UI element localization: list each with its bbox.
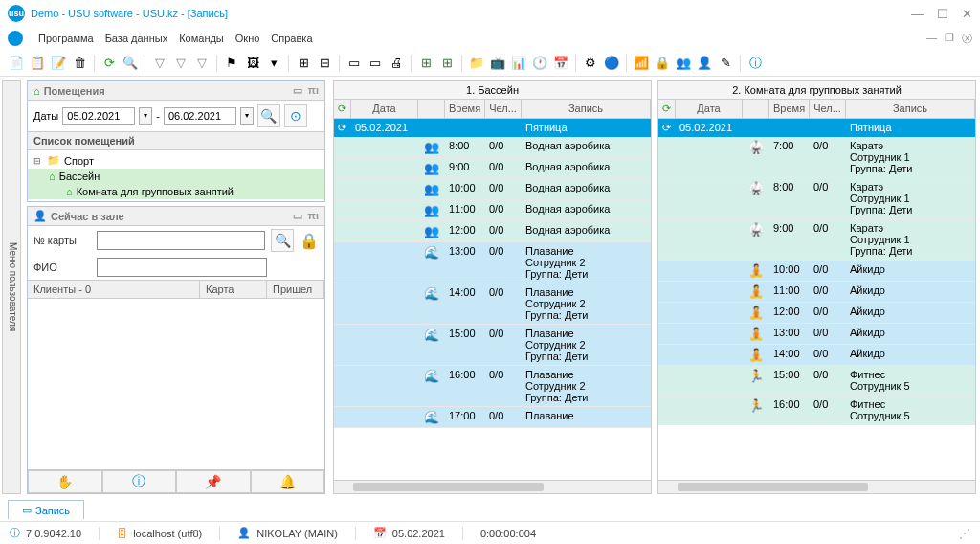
date-to-input[interactable]	[164, 107, 236, 125]
tool-filter-icon[interactable]: ▽	[151, 55, 168, 72]
tool-win2-icon[interactable]: ▭	[367, 55, 384, 72]
tool-delete-icon[interactable]: 🗑	[71, 55, 88, 72]
col-record[interactable]: Запись	[522, 100, 651, 118]
schedule-row[interactable]: 👥8:000/0Водная аэробика	[334, 137, 651, 158]
tool-folder-icon[interactable]: 📁	[468, 55, 485, 72]
info-button[interactable]: ⓘ	[102, 470, 177, 493]
day-header-row[interactable]: ⟳ 05.02.2021 Пятница	[658, 119, 975, 137]
schedule-row[interactable]: 🌊14:000/0Плавание Сотрудник 2 Группа: Де…	[334, 283, 651, 325]
mdi-close-button[interactable]: ⓧ	[962, 32, 972, 46]
search-dates-button[interactable]: 🔍	[257, 104, 280, 127]
schedule-row[interactable]: 🌊17:000/0Плавание	[334, 407, 651, 428]
mdi-restore-button[interactable]: ❐	[945, 32, 954, 46]
col-date[interactable]: Дата	[676, 100, 743, 118]
tool-excel2-icon[interactable]: ⊞	[438, 55, 456, 72]
tool-copy-icon[interactable]: 📋	[29, 55, 46, 72]
tool-gear-icon[interactable]: ⚙	[582, 55, 599, 72]
lock-icon[interactable]: 🔒	[300, 232, 319, 250]
day-header-row[interactable]: ⟳ 05.02.2021 Пятница	[334, 119, 651, 137]
tool-flag-icon[interactable]: ⚑	[223, 55, 240, 72]
date-from-input[interactable]	[62, 107, 135, 125]
schedule-row[interactable]: 🧘10:000/0Айкидо	[658, 261, 975, 282]
schedule-row[interactable]: 🏃16:000/0Фитнес Сотрудник 5	[658, 396, 975, 425]
tool-export-icon[interactable]: ⊞	[295, 55, 312, 72]
tool-clock-icon[interactable]: 🕐	[531, 55, 548, 72]
clients-count-col[interactable]: Клиенты - 0	[28, 281, 200, 298]
tree-item-group-room[interactable]: ⌂ Комната для групповых занятий	[28, 184, 324, 199]
tool-refresh-icon[interactable]: ⟳	[100, 55, 118, 72]
tool-win1-icon[interactable]: ▭	[345, 55, 363, 72]
schedule-row[interactable]: 🧘14:000/0Айкидо	[658, 345, 975, 366]
panel-ctrl2-icon[interactable]: πι	[308, 210, 319, 222]
schedule-row[interactable]: 🏃15:000/0Фитнес Сотрудник 5	[658, 366, 975, 396]
tool-wand-icon[interactable]: ✎	[717, 55, 734, 72]
col-people[interactable]: Чел...	[810, 100, 846, 118]
tool-image-icon[interactable]: 🖼	[244, 55, 261, 72]
tool-chart-icon[interactable]: 📊	[510, 55, 527, 72]
schedule-row[interactable]: 🧘11:000/0Айкидо	[658, 282, 975, 303]
date-to-dropdown[interactable]: ▾	[240, 107, 254, 125]
refresh-col-icon[interactable]: ⟳	[334, 100, 351, 118]
schedule-row[interactable]: 👥12:000/0Водная аэробика	[334, 221, 651, 242]
menu-program[interactable]: Программа	[38, 33, 94, 44]
menu-database[interactable]: База данных	[105, 33, 168, 44]
panel-pin-icon[interactable]: ▭	[293, 84, 302, 97]
card-col[interactable]: Карта	[200, 281, 267, 298]
tool-filter3-icon[interactable]: ▽	[193, 55, 211, 72]
tab-record[interactable]: ▭ Запись	[8, 500, 84, 519]
col-time[interactable]: Время	[769, 100, 810, 118]
tool-info-icon[interactable]: ⓘ	[746, 55, 764, 72]
tool-excel-icon[interactable]: ⊞	[417, 55, 434, 72]
col-record[interactable]: Запись	[846, 100, 975, 118]
tool-filter2-icon[interactable]: ▽	[172, 55, 189, 72]
pin-button[interactable]: 📌	[176, 470, 251, 493]
menu-commands[interactable]: Команды	[179, 33, 224, 44]
compass-button[interactable]: ⊙	[284, 104, 307, 127]
schedule-row[interactable]: 👥9:000/0Водная аэробика	[334, 158, 651, 179]
schedule-pool-rows[interactable]: 👥8:000/0Водная аэробика👥9:000/0Водная аэ…	[334, 137, 651, 480]
tool-search-icon[interactable]: 🔍	[122, 55, 139, 72]
schedule-row[interactable]: 🧘12:000/0Айкидо	[658, 303, 975, 324]
tool-import-icon[interactable]: ⊟	[316, 55, 333, 72]
hand-button[interactable]: ✋	[28, 470, 102, 493]
tool-lock-icon[interactable]: 🔒	[654, 55, 671, 72]
schedule-row[interactable]: 🧘13:000/0Айкидо	[658, 324, 975, 345]
col-people[interactable]: Чел...	[485, 100, 522, 118]
tree-root-sport[interactable]: ⊟ 📁 Спорт	[28, 152, 324, 169]
panel-pin2-icon[interactable]: πι	[308, 84, 319, 97]
tool-edit-icon[interactable]: 📝	[50, 55, 67, 72]
date-from-dropdown[interactable]: ▾	[139, 107, 152, 125]
tool-tv-icon[interactable]: 📺	[489, 55, 506, 72]
h-scrollbar[interactable]	[334, 480, 651, 493]
tool-rss-icon[interactable]: 📶	[633, 55, 650, 72]
tool-print-icon[interactable]: 🖨	[388, 55, 405, 72]
search-card-button[interactable]: 🔍	[271, 229, 294, 252]
collapse-icon[interactable]: ⊟	[33, 156, 43, 166]
col-date[interactable]: Дата	[351, 100, 418, 118]
mdi-minimize-button[interactable]: —	[926, 32, 937, 46]
refresh-col-icon[interactable]: ⟳	[658, 100, 676, 118]
menu-help[interactable]: Справка	[271, 33, 312, 44]
resize-grip-icon[interactable]: ⋰	[959, 527, 970, 540]
schedule-row[interactable]: 👥10:000/0Водная аэробика	[334, 179, 651, 200]
tool-color-icon[interactable]: 🔵	[603, 55, 620, 72]
came-col[interactable]: Пришел	[267, 281, 324, 298]
fio-input[interactable]	[97, 258, 267, 277]
schedule-row[interactable]: 🥋8:000/0Каратэ Сотрудник 1 Группа: Дети	[658, 178, 975, 219]
minimize-button[interactable]: —	[911, 7, 924, 21]
tool-users-icon[interactable]: 👥	[675, 55, 692, 72]
close-button[interactable]: ✕	[962, 7, 972, 21]
tree-item-pool[interactable]: ⌂ Бассейн	[28, 169, 324, 184]
schedule-row[interactable]: 🌊16:000/0Плавание Сотрудник 2 Группа: Де…	[334, 366, 651, 407]
panel-ctrl-icon[interactable]: ▭	[293, 210, 302, 222]
schedule-row[interactable]: 🌊15:000/0Плавание Сотрудник 2 Группа: Де…	[334, 325, 651, 366]
card-number-input[interactable]	[97, 231, 265, 250]
tool-calendar-icon[interactable]: 📅	[552, 55, 569, 72]
col-time[interactable]: Время	[445, 100, 485, 118]
schedule-row[interactable]: 👥11:000/0Водная аэробика	[334, 200, 651, 221]
maximize-button[interactable]: ☐	[937, 7, 948, 21]
h-scrollbar[interactable]	[658, 480, 975, 493]
tool-new-icon[interactable]: 📄	[8, 55, 25, 72]
tool-dropdown-icon[interactable]: ▾	[265, 55, 282, 72]
schedule-row[interactable]: 🌊13:000/0Плавание Сотрудник 2 Группа: Де…	[334, 242, 651, 283]
